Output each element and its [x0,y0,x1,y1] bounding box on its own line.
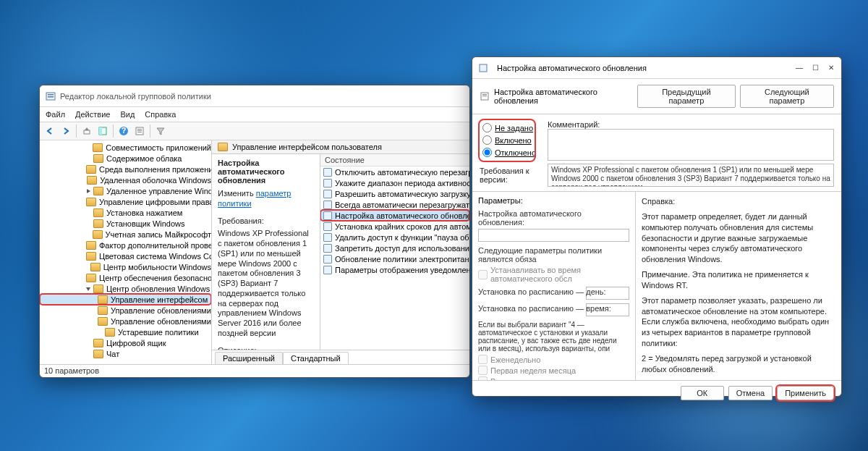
dialog-title: Настройка автоматического обновления [497,64,647,72]
setting-row[interactable]: Запретить доступ для использования в [320,243,469,253]
svg-text:?: ? [122,126,127,135]
tree-item[interactable]: Удаленное управление Windows [40,185,211,196]
radio-enabled[interactable]: Включено [482,135,532,145]
requirements-box: Windows XP Professional с пакетом обновл… [548,164,834,187]
tree-item-label: Цифровой ящик [106,339,166,347]
tree-item[interactable]: Цветовая система Windows Color Sy [40,250,211,261]
radio-disabled[interactable]: Отключено [482,148,532,157]
radio-not-configured[interactable]: Не задано [482,123,532,132]
tree-item-label: Содержимое облака [106,154,182,163]
menu-view[interactable]: Вид [120,110,135,119]
chk-install-during-maintenance[interactable]: Устанавливать во время автоматического о… [478,266,629,283]
comment-label: Комментарий: [548,120,834,129]
tab-extended[interactable]: Расширенный [215,352,283,364]
filter-icon[interactable] [153,124,168,138]
desc-title: Настройка автоматического обновления [218,159,314,185]
gpedit-titlebar[interactable]: Редактор локальной групповой политики [40,85,469,107]
tree-item[interactable]: Удаленная оболочка Windows [40,174,211,185]
next-setting-button[interactable]: Следующий параметр [740,85,834,108]
nav-fwd-icon[interactable] [59,124,73,138]
tree-item[interactable]: Центр обеспечения безопасности [40,272,211,283]
menu-file[interactable]: Файл [46,110,65,119]
tree-item-label: Центр обновления Windows [106,284,210,293]
tree-item[interactable]: Содержимое облака [40,153,211,164]
settings-list[interactable]: Состояние Отключить автоматическую перез… [320,154,469,350]
tree-item[interactable]: Совместимость приложений [40,142,211,153]
up-icon[interactable] [80,124,94,138]
menu-help[interactable]: Справка [145,110,176,119]
tree-item[interactable]: Среда выполнения приложения [40,164,211,174]
tree-item[interactable]: Цифровой ящик [40,337,211,348]
svg-rect-9 [137,129,142,130]
setting-row[interactable]: Отключить автоматическую перезагруз [320,167,469,177]
ok-button[interactable]: ОК [681,386,724,400]
cancel-button[interactable]: Отмена [728,386,773,400]
setting-icon [323,190,332,198]
nav-back-icon[interactable] [43,124,57,138]
folder-icon [87,176,97,185]
tree-item[interactable]: Установка нажатием [40,207,211,218]
setting-row[interactable]: Настройка автоматического обновле [320,210,469,221]
tree-item[interactable]: Центр обновления Windows [40,283,211,294]
tree-item[interactable]: Учетная запись Майкрософт [40,229,211,240]
folder-icon [93,339,103,347]
setting-label: Запретить доступ для использования в [335,244,469,253]
tree-item[interactable]: Устаревшие политики [40,326,211,337]
setting-row[interactable]: Разрешить автоматическую загрузку об [320,188,469,199]
setting-icon [323,222,332,231]
tree-item-label: Управление обновлениями, пре [111,317,211,326]
tab-standard[interactable]: Стандартный [283,352,349,364]
gpedit-title: Редактор локальной групповой политики [60,92,211,101]
prev-setting-button[interactable]: Предыдущий параметр [637,85,736,108]
tree-item[interactable]: Центр мобильности Windows [40,261,211,272]
tree-item[interactable]: Управление обновлениями, пре [40,305,211,316]
menu-action[interactable]: Действие [75,110,110,119]
folder-icon [98,306,108,315]
settings-state-col[interactable]: Состояние [320,154,469,167]
tree-item-label: Управление цифровыми правами Wi [99,198,211,206]
setting-label: Настройка автоматического обновле [335,211,469,220]
tree-item[interactable]: Установщик Windows [40,218,211,229]
content-header-label: Управление интерфейсом пользователя [232,143,382,151]
chk-second-week[interactable]: Вторая неделя месяца [478,376,629,380]
tree-item[interactable]: Управление цифровыми правами Wi [40,196,211,207]
help-icon[interactable]: ? [116,124,131,138]
tree-item-label: Фактор дополнительной проверки п [99,241,211,250]
tree-item-label: Центр мобильности Windows [103,263,211,271]
gpedit-content: Управление интерфейсом пользователя Наст… [212,140,469,364]
tree-item[interactable]: Управление обновлениями, пре [40,316,211,326]
close-icon[interactable]: ✕ [827,64,835,72]
setting-row[interactable]: Параметры отображения уведомления [320,264,469,275]
update-config-select[interactable] [478,229,629,242]
folder-icon [86,241,96,250]
chk-weekly[interactable]: Еженедельно [478,355,629,364]
setting-row[interactable]: Укажите диапазон периода активности [320,177,469,188]
dialog-footer: ОК Отмена Применить [472,380,841,405]
minimize-icon[interactable]: — [795,64,804,72]
svg-rect-10 [137,130,142,131]
setting-row[interactable]: Всегда автоматически перезагружаться [320,199,469,210]
folder-icon [93,154,103,163]
show-hide-icon[interactable] [95,124,110,138]
tree-item-label: Устаревшие политики [118,328,199,337]
folder-icon [93,230,103,239]
tree-item[interactable]: Управление интерфейсом польз [40,294,211,305]
properties-icon[interactable] [132,124,147,138]
tree-item[interactable]: Фактор дополнительной проверки п [40,240,211,250]
setting-row[interactable]: Удалить доступ к функции "пауза обно [320,232,469,243]
setting-icon [323,244,332,253]
dialog-titlebar[interactable]: Настройка автоматического обновления — ☐… [472,57,841,79]
folder-icon [86,165,96,174]
gpedit-tree[interactable]: Совместимость приложенийСодержимое облак… [40,140,212,364]
chk-first-week[interactable]: Первая неделя месяца [478,366,629,375]
tree-item[interactable]: Чат [40,348,211,359]
maximize-icon[interactable]: ☐ [811,64,820,72]
setting-row[interactable]: Установка крайних сроков для автома [320,221,469,232]
setting-row[interactable]: Обновление политики электропитания [320,253,469,264]
apply-button[interactable]: Применить [777,386,834,400]
svg-rect-14 [482,94,487,95]
help-label: Справка: [642,196,835,207]
tree-item-label: Среда выполнения приложения [99,165,211,174]
content-header: Управление интерфейсом пользователя [212,140,469,154]
comment-textarea[interactable] [548,129,834,161]
